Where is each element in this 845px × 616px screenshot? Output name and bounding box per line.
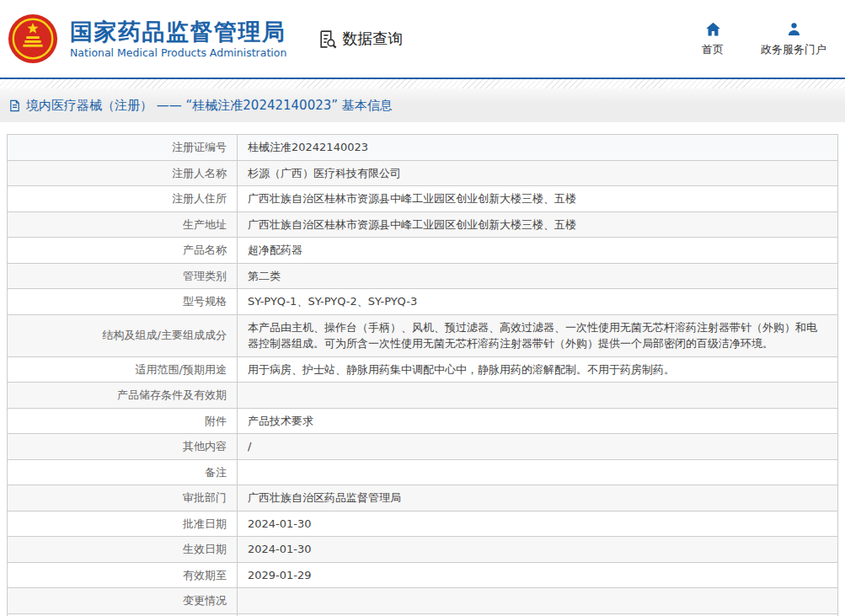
field-label: 批准日期 <box>8 511 238 537</box>
field-value: SY-PYQ-1、SY-PYQ-2、SY-PYQ-3 <box>238 289 838 315</box>
table-row: 生效日期2024-01-30 <box>8 537 838 563</box>
table-row: 适用范围/预期用途用于病房、护士站、静脉用药集中调配中心中，静脉用药的溶解配制。… <box>8 356 838 383</box>
table-row: 变更情况 <box>8 588 838 614</box>
nmpa-logo[interactable]: 国家药品监督管理局 National Medical Products Admi… <box>7 13 286 65</box>
field-value: 2024-01-30 <box>238 511 838 537</box>
table-row: 备注 <box>8 459 838 485</box>
user-icon <box>785 20 803 38</box>
nav-portal[interactable]: 政务服务门户 <box>761 20 826 57</box>
table-row: 产品储存条件及有效期 <box>8 383 838 409</box>
table-row: 其他内容/ <box>8 434 838 460</box>
nav-home[interactable]: 首页 <box>702 20 724 57</box>
header-nav: 首页 政务服务门户 <box>702 20 826 57</box>
field-label: 附件 <box>8 408 238 434</box>
field-value: 广西壮族自治区桂林市资源县中峰工业园区创业创新大楼三楼、五楼 <box>238 212 838 238</box>
field-value: 广西壮族自治区桂林市资源县中峰工业园区创业创新大楼三楼、五楼 <box>238 186 838 212</box>
hatch-divider <box>0 79 845 88</box>
field-label: 产品储存条件及有效期 <box>8 383 238 409</box>
field-value: 杉源（广西）医疗科技有限公司 <box>238 160 838 186</box>
table-row: 型号规格SY-PYQ-1、SY-PYQ-2、SY-PYQ-3 <box>8 289 838 315</box>
field-value: 超净配药器 <box>238 238 838 264</box>
field-label: 备注 <box>8 459 238 485</box>
info-table-container: 注册证编号桂械注准20242140023注册人名称杉源（广西）医疗科技有限公司注… <box>0 122 845 616</box>
table-row: 结构及组成/主要组成成分本产品由主机、操作台（手柄）、风机、预过滤器、高效过滤器… <box>8 314 838 356</box>
home-icon <box>704 20 722 38</box>
field-label: 变更情况 <box>8 588 238 614</box>
data-query-label: 数据查询 <box>342 29 403 49</box>
table-row: 生产地址广西壮族自治区桂林市资源县中峰工业园区创业创新大楼三楼、五楼 <box>8 212 838 238</box>
table-row: 批准日期2024-01-30 <box>8 511 838 537</box>
field-value <box>238 588 838 614</box>
field-label: 注册人名称 <box>8 160 238 186</box>
data-query-tab[interactable]: 数据查询 <box>317 29 403 50</box>
info-table: 注册证编号桂械注准20242140023注册人名称杉源（广西）医疗科技有限公司注… <box>7 134 838 616</box>
field-label: 注册人住所 <box>8 186 238 212</box>
field-label: 其他内容 <box>8 434 238 460</box>
field-label: 生效日期 <box>8 537 238 563</box>
field-value: 产品技术要求 <box>238 408 838 434</box>
table-row: 产品名称超净配药器 <box>8 238 838 264</box>
table-row: 有效期至2029-01-29 <box>8 562 838 588</box>
field-value <box>238 459 838 485</box>
field-value: 桂械注准20242140023 <box>238 135 838 161</box>
document-search-icon <box>317 29 338 50</box>
table-row: 注册人名称杉源（广西）医疗科技有限公司 <box>8 160 838 186</box>
field-label: 结构及组成/主要组成成分 <box>8 314 238 356</box>
page-header: 国家药品监督管理局 National Medical Products Admi… <box>0 0 845 79</box>
document-icon <box>8 99 21 112</box>
field-value: 用于病房、护士站、静脉用药集中调配中心中，静脉用药的溶解配制。不用于药房制药。 <box>238 356 838 383</box>
field-value: 本产品由主机、操作台（手柄）、风机、预过滤器、高效过滤器、一次性使用无菌无芯杆溶… <box>238 314 838 356</box>
breadcrumb-text: 境内医疗器械（注册） —— “桂械注准20242140023” 基本信息 <box>26 98 393 114</box>
table-row: 注册人住所广西壮族自治区桂林市资源县中峰工业园区创业创新大楼三楼、五楼 <box>8 186 838 212</box>
breadcrumb: 境内医疗器械（注册） —— “桂械注准20242140023” 基本信息 <box>0 88 845 122</box>
field-label: 产品名称 <box>8 238 238 264</box>
table-row: 附件产品技术要求 <box>8 408 838 434</box>
field-value <box>238 383 838 409</box>
info-table-body: 注册证编号桂械注准20242140023注册人名称杉源（广西）医疗科技有限公司注… <box>8 135 838 616</box>
table-row: 审批部门广西壮族自治区药品监督管理局 <box>8 485 838 512</box>
field-label: 型号规格 <box>8 289 238 315</box>
field-label: 有效期至 <box>8 562 238 588</box>
nav-home-label: 首页 <box>702 42 724 57</box>
field-label: 生产地址 <box>8 212 238 238</box>
field-label: 审批部门 <box>8 485 238 512</box>
field-value: 广西壮族自治区药品监督管理局 <box>238 485 838 512</box>
field-label: 注册证编号 <box>8 135 238 161</box>
field-value: 2024-01-30 <box>238 537 838 563</box>
org-name-cn: 国家药品监督管理局 <box>70 19 286 45</box>
field-label: 管理类别 <box>8 263 238 289</box>
nav-portal-label: 政务服务门户 <box>761 42 826 57</box>
field-value: / <box>238 434 838 460</box>
national-emblem-icon <box>7 13 59 65</box>
table-row: 注册证编号桂械注准20242140023 <box>8 135 838 161</box>
field-label: 适用范围/预期用途 <box>8 356 238 383</box>
field-value: 2029-01-29 <box>238 562 838 588</box>
field-value: 第二类 <box>238 263 838 289</box>
org-titles: 国家药品监督管理局 National Medical Products Admi… <box>70 19 286 59</box>
org-name-en: National Medical Products Administration <box>70 46 286 59</box>
table-row: 管理类别第二类 <box>8 263 838 289</box>
